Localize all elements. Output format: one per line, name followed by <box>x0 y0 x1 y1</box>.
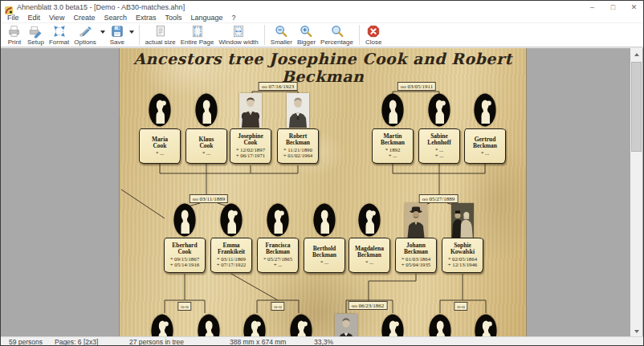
person-name: Frankikeit <box>218 249 245 255</box>
person-box: SabineLehnhoff* ...+ ... <box>418 128 460 164</box>
person-dates: * ... <box>202 150 210 157</box>
dropdown-arrow-icon[interactable] <box>128 17 136 47</box>
scroll-up-button[interactable] <box>630 48 642 60</box>
toolbar-separator <box>264 25 265 45</box>
person-name: Beckman <box>404 249 428 255</box>
person-dates: * 11/21/1890 <box>283 147 312 153</box>
status-item: 27 persons in tree <box>129 338 184 346</box>
smaller-button[interactable]: Smaller <box>268 23 295 47</box>
person-name: Beckman <box>357 252 381 258</box>
person-dates: * ... <box>156 150 164 157</box>
person-dates: * ... <box>320 259 328 266</box>
bigger-button[interactable]: Bigger <box>295 23 318 47</box>
app-window: Ahnenblatt 3.0 beta15 - [Demo - AB30-mat… <box>0 0 644 346</box>
person-box: KlausCook* ... <box>185 128 227 164</box>
portrait-silhouette-male <box>381 93 404 127</box>
person-dates: + ... <box>389 153 397 159</box>
person-dates: * 02/05/1864 <box>448 256 477 263</box>
close-button[interactable]: ✕ <box>630 3 638 11</box>
menu-item-edit[interactable]: Edit <box>28 14 41 22</box>
entire-page-button[interactable]: Entire Page <box>178 23 217 47</box>
toolbar-button-label: Setup <box>27 39 44 46</box>
person-box: BertholdBeckman* ... <box>304 238 345 273</box>
print-button[interactable]: Print <box>4 23 25 47</box>
portrait-silhouette-female <box>381 314 404 336</box>
person-name: Cook <box>199 143 213 149</box>
marriage-label: o-o <box>454 302 467 311</box>
zoom-in-icon <box>299 24 313 39</box>
portrait-silhouette-female <box>358 203 381 237</box>
vertical-scrollbar[interactable] <box>630 48 642 336</box>
menu-item-view[interactable]: View <box>49 14 64 22</box>
toolbar-button-label: actual size <box>145 39 176 46</box>
person-box: SophieKowalski* 02/05/1864+ 12/13/1946 <box>442 238 483 273</box>
person-box: JohannBeckman* 01/03/1864+ 05/04/1935 <box>395 238 437 273</box>
format-button[interactable]: Format <box>47 23 71 47</box>
toolbar-button-label: Bigger <box>297 39 316 46</box>
person-dates: * 1892 <box>385 147 401 153</box>
format-icon <box>52 24 67 39</box>
person-name: Beckman <box>381 140 405 146</box>
tree-page: Ancestors tree Josephine Cook and Robert… <box>119 48 527 336</box>
menu-item-language[interactable]: Language <box>190 14 222 22</box>
app-icon <box>5 3 13 11</box>
scroll-down-button[interactable] <box>630 325 642 336</box>
portrait-silhouette-male <box>173 203 196 237</box>
person-dates: * 12/02/1897 <box>236 147 265 153</box>
person-dates: + 12/13/1946 <box>448 262 478 268</box>
status-item: 33,3% <box>314 338 333 346</box>
person-box: MagdalenaBeckman* ... <box>348 238 390 273</box>
setup-button[interactable]: Setup <box>25 23 47 47</box>
portrait-silhouette-female <box>267 203 289 237</box>
scrollbar-thumb[interactable] <box>631 62 642 152</box>
window-width-button[interactable]: Window width <box>216 23 260 47</box>
person-dates: * 05/27/1865 <box>263 256 292 263</box>
maximize-button[interactable]: □ <box>609 3 618 11</box>
actual-size-button[interactable]: actual size <box>143 23 178 47</box>
person-dates: * 09/15/1867 <box>170 256 199 263</box>
portrait-silhouette-female <box>428 93 450 127</box>
toolbar: PrintSetupFormatOptionsSaveactual sizeEn… <box>1 23 643 47</box>
portrait-photo-couple <box>451 203 474 237</box>
tree-connector-lines <box>120 48 527 336</box>
portrait-silhouette-female <box>475 314 497 336</box>
status-item: Pages: 6 [2x3] <box>55 338 98 346</box>
dropdown-arrow-icon[interactable] <box>99 17 107 47</box>
person-dates: + 06/17/1971 <box>236 153 266 159</box>
person-name: Lehnhoff <box>427 140 451 146</box>
status-item: 388 mm x 674 mm <box>230 338 286 346</box>
person-name: Beckman <box>312 252 336 258</box>
person-box: JosephineCook* 12/02/1897+ 06/17/1971 <box>230 128 271 164</box>
person-dates: + 01/02/1964 <box>283 153 313 159</box>
menu-item-tools[interactable]: Tools <box>165 14 181 22</box>
person-box: RobertBeckman* 11/21/1890+ 01/02/1964 <box>277 128 319 164</box>
toolbar-separator <box>359 25 360 45</box>
person-dates: * ... <box>481 150 489 157</box>
menu-item-create[interactable]: Create <box>73 14 95 22</box>
menu-item-extras[interactable]: Extras <box>136 14 157 22</box>
marriage-label: oo 07/16/1923 <box>259 82 298 91</box>
menu-item-search[interactable]: Search <box>104 14 127 22</box>
window-controls: –□✕ <box>588 1 638 13</box>
menu-item-file[interactable]: File <box>7 14 19 22</box>
print-icon <box>7 24 22 39</box>
portrait-silhouette-female <box>151 314 173 336</box>
person-dates: + ... <box>435 153 444 159</box>
close-preview-icon <box>366 24 381 39</box>
portrait-silhouette-male <box>429 314 451 336</box>
menu-bar: FileEditViewCreateSearchExtrasToolsLangu… <box>1 13 643 23</box>
toolbar-button-label: Format <box>49 39 69 46</box>
menu-item-[interactable]: ? <box>232 14 236 22</box>
save-button[interactable]: Save <box>107 23 128 47</box>
minimize-button[interactable]: – <box>588 3 597 11</box>
actual-size-icon <box>153 24 168 39</box>
zoom-out-icon <box>274 24 288 39</box>
person-name: Beckman <box>286 140 310 146</box>
close-button[interactable]: Close <box>363 23 384 47</box>
portrait-silhouette-female <box>149 93 171 127</box>
toolbar-button-label: Percentage <box>320 39 353 46</box>
window-width-icon <box>231 24 246 39</box>
marriage-label: oo 05/27/1889 <box>419 194 459 203</box>
options-button[interactable]: Options <box>71 23 99 47</box>
percentage-button[interactable]: Percentage <box>318 23 356 47</box>
